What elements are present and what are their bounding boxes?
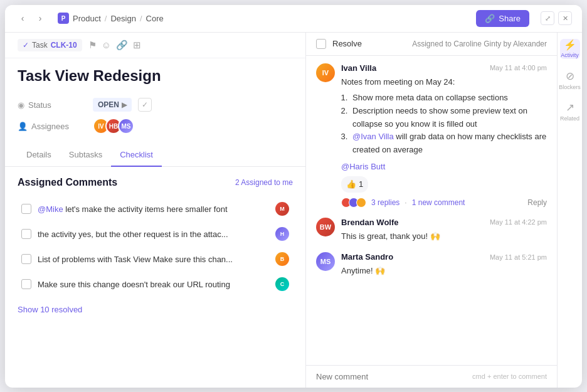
app-icon: P: [58, 13, 69, 24]
checkbox-2[interactable]: [21, 229, 31, 239]
task-tag-icon: ✓: [23, 41, 29, 50]
comment-header-brendan: Brendan Wolfe May 11 at 4:22 pm: [341, 218, 547, 227]
show-resolved-link[interactable]: Show 10 resolved: [18, 305, 82, 314]
status-field-value: OPEN ▶ ✓: [93, 98, 152, 112]
new-comment-link[interactable]: 1 new comment: [412, 198, 465, 207]
item-avatar-1: M: [275, 202, 289, 216]
window-minimize-button[interactable]: ⤢: [541, 11, 554, 25]
back-button[interactable]: ‹: [15, 11, 30, 26]
related-icon: ↗: [566, 101, 574, 114]
checkbox-3[interactable]: [21, 254, 31, 264]
comment-content-ivan: Ivan Villa May 11 at 4:00 pm Notes from …: [341, 63, 547, 208]
emoji-icon[interactable]: ☺: [102, 40, 111, 50]
assigned-badge[interactable]: 2 Assigned to me: [235, 178, 293, 187]
comment-text-marta: Anytime! 🙌: [341, 265, 547, 277]
item-text-1: @Mike let's make the activity items here…: [38, 204, 269, 214]
comment-time-ivan: May 11 at 4:00 pm: [490, 64, 547, 72]
list-item[interactable]: the activity yes, but the other request …: [18, 222, 293, 246]
task-tag-type: Task: [32, 41, 48, 50]
comment-author-brendan: Brendan Wolfe: [341, 218, 399, 227]
list-item[interactable]: Make sure this change doesn't break our …: [18, 272, 293, 296]
replies-count[interactable]: 3 replies: [371, 198, 399, 207]
app-window: ‹ › P Product / Design / Core 🔗 Share ⤢ …: [5, 5, 582, 388]
activity-area: Resolve Assigned to Caroline Ginty by Al…: [306, 33, 557, 388]
item-text-3: List of problems with Task View Make sur…: [38, 255, 269, 264]
item-text-2: the activity yes, but the other request …: [38, 230, 269, 239]
list-item-2: Description needs to show some preview t…: [350, 105, 547, 131]
assignees-field-label: 👤 Assignees: [18, 122, 87, 131]
tab-subtasks[interactable]: Subtasks: [60, 144, 111, 167]
sidebar-related-button[interactable]: ↗ Related: [560, 102, 580, 122]
forward-button[interactable]: ›: [33, 11, 48, 26]
share-icon: 🔗: [485, 14, 495, 23]
comment-content-brendan: Brendan Wolfe May 11 at 4:22 pm This is …: [341, 218, 547, 243]
item-avatar-3: B: [275, 252, 289, 266]
image-icon[interactable]: ⊞: [133, 40, 141, 51]
list-item[interactable]: @Mike let's make the activity items here…: [18, 197, 293, 221]
comment-footer-ivan: 3 replies · 1 new comment Reply: [341, 198, 547, 208]
main-content: ✓ Task CLK-10 ⚑ ☺ 🔗 ⊞ Task View Redesign: [5, 33, 582, 388]
tab-details[interactable]: Details: [18, 144, 60, 167]
comment-hint: cmd + enter to comment: [472, 373, 547, 380]
comment-input[interactable]: [316, 372, 466, 381]
window-close-button[interactable]: ✕: [558, 11, 572, 25]
status-field-label: ◉ Status: [18, 100, 87, 110]
comment-avatar-marta: MS: [316, 252, 335, 271]
task-meta-bar: ✓ Task CLK-10 ⚑ ☺ 🔗 ⊞: [5, 33, 305, 58]
item-avatar-4: C: [275, 277, 289, 291]
reaction-emoji: 👍: [346, 178, 356, 191]
reaction-button[interactable]: 👍 1: [341, 176, 368, 193]
tab-bar: Details Subtasks Checklist: [5, 144, 305, 167]
comment-author-marta: Marta Sandro: [341, 252, 393, 262]
right-sidebar: ⚡ Activity ⊘ Blockers ↗ Related: [557, 33, 582, 388]
reply-avatars: [341, 198, 366, 208]
breadcrumb-design[interactable]: Design: [110, 14, 135, 23]
status-check-button[interactable]: ✓: [138, 98, 152, 112]
assignees-avatars[interactable]: IV HB MS: [93, 118, 134, 134]
breadcrumb: P Product / Design / Core: [58, 13, 164, 24]
link-icon[interactable]: 🔗: [116, 40, 128, 51]
mention-ivan[interactable]: @Ivan Villa: [352, 132, 394, 141]
nav-buttons: ‹ ›: [15, 11, 48, 26]
comment-time-brendan: May 11 at 4:22 pm: [490, 218, 547, 226]
comments-list: IV Ivan Villa May 11 at 4:00 pm Notes fr…: [306, 56, 557, 365]
sidebar-activity-button[interactable]: ⚡ Activity: [560, 39, 580, 59]
left-panel: ✓ Task CLK-10 ⚑ ☺ 🔗 ⊞ Task View Redesign: [5, 33, 306, 388]
assignees-field-value: IV HB MS: [93, 118, 134, 134]
reply-button-ivan[interactable]: Reply: [527, 198, 547, 207]
task-title-area: Task View Redesign: [5, 58, 305, 92]
checkbox-1[interactable]: [21, 204, 31, 214]
tab-checklist[interactable]: Checklist: [111, 144, 162, 167]
comment-header-marta: Marta Sandro May 11 at 5:21 pm: [341, 252, 547, 262]
blockers-icon: ⊘: [566, 70, 574, 83]
comment-text-brendan: This is great, thank you! 🙌: [341, 230, 547, 243]
comment-block: BW Brendan Wolfe May 11 at 4:22 pm This …: [316, 218, 547, 243]
status-badge[interactable]: OPEN ▶: [93, 98, 132, 112]
assignees-icon: 👤: [18, 122, 28, 131]
comment-content-marta: Marta Sandro May 11 at 5:21 pm Anytime! …: [341, 252, 547, 277]
task-fields: ◉ Status OPEN ▶ ✓ 👤 Assignees: [5, 91, 305, 144]
resolve-checkbox[interactable]: [316, 39, 326, 49]
checklist-section-header: Assigned Comments 2 Assigned to me: [18, 177, 293, 188]
flag-icon[interactable]: ⚑: [88, 40, 97, 51]
reaction-count: 1: [359, 178, 363, 191]
comment-author-ivan: Ivan Villa: [341, 63, 376, 73]
mention-haris[interactable]: @Haris Butt: [341, 162, 385, 171]
window-controls: ⤢ ✕: [541, 11, 572, 25]
breadcrumb-core[interactable]: Core: [146, 14, 164, 23]
checklist-items: @Mike let's make the activity items here…: [18, 197, 293, 296]
right-panel: Resolve Assigned to Caroline Ginty by Al…: [306, 33, 582, 388]
sidebar-blockers-button[interactable]: ⊘ Blockers: [560, 70, 580, 90]
task-tag: ✓ Task CLK-10: [18, 39, 82, 51]
resolve-assign-text: Assigned to Caroline Ginty by Alexander: [412, 40, 547, 48]
assignees-field-row: 👤 Assignees IV HB MS: [18, 115, 293, 137]
checklist-panel: Assigned Comments 2 Assigned to me @Mike…: [5, 167, 305, 387]
share-button[interactable]: 🔗 Share: [476, 10, 529, 27]
breadcrumb-product[interactable]: Product: [73, 14, 101, 23]
task-tag-id: CLK-10: [51, 41, 77, 50]
blockers-label: Blockers: [559, 84, 581, 90]
checkbox-4[interactable]: [21, 279, 31, 289]
avatar-3: MS: [118, 118, 134, 134]
comment-text-ivan: Notes from meeting on May 24: Show more …: [341, 76, 547, 193]
list-item[interactable]: List of problems with Task View Make sur…: [18, 247, 293, 271]
